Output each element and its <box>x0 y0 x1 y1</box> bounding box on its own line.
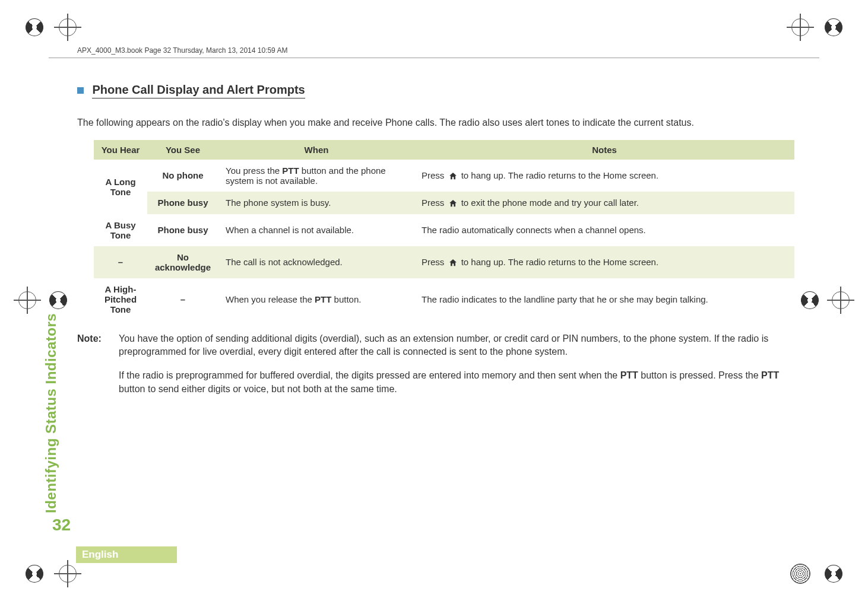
registration-mark <box>18 557 51 590</box>
cell-you-see: Phone busy <box>147 214 218 246</box>
note-p2-seg-c: button is pressed. Press the <box>638 370 761 380</box>
cell-notes: Press to hang up. The radio returns to t… <box>414 246 794 278</box>
side-tab: Identifying Status Indicators <box>43 313 59 513</box>
cell-you-see: – <box>147 278 218 320</box>
note-paragraph-1: You have the option of sending additiona… <box>119 332 802 359</box>
note-paragraph-2: If the radio is preprogrammed for buffer… <box>119 369 802 396</box>
registration-mark <box>11 284 44 317</box>
note-body: You have the option of sending additiona… <box>119 332 802 407</box>
th-you-hear: You Hear <box>94 140 147 160</box>
note-p2-seg-e: button to send either digits or voice, b… <box>119 384 397 394</box>
registration-mark <box>18 11 51 44</box>
cell-when: When a channel is not available. <box>218 214 414 246</box>
language-label: English <box>82 549 118 561</box>
cell-you-hear: A High-Pitched Tone <box>94 278 147 320</box>
home-icon <box>448 258 458 268</box>
registration-mark <box>824 284 857 317</box>
cell-you-hear: A Busy Tone <box>94 214 147 246</box>
note-p2-ptt-2: PTT <box>761 370 779 380</box>
cell-you-see: No phone <box>147 160 218 192</box>
cell-you-hear: – <box>94 246 147 278</box>
registration-mark <box>784 557 817 590</box>
home-icon <box>448 199 458 208</box>
table-row: A Long ToneNo phoneYou press the PTT but… <box>94 160 794 192</box>
registration-mark <box>51 11 84 44</box>
cell-when: The phone system is busy. <box>218 192 414 214</box>
home-icon <box>448 171 458 181</box>
section-title: Phone Call Display and Alert Prompts <box>92 83 305 98</box>
th-notes: Notes <box>414 140 794 160</box>
section-bullet-icon <box>77 87 84 94</box>
registration-mark <box>42 284 75 317</box>
note-label: Note: <box>77 332 119 407</box>
cell-when: When you release the PTT button. <box>218 278 414 320</box>
registration-mark <box>784 11 817 44</box>
section-heading-row: Phone Call Display and Alert Prompts <box>77 83 802 98</box>
th-you-see: You See <box>147 140 218 160</box>
side-tab-label: Identifying Status Indicators <box>43 313 59 513</box>
note-p2-ptt-1: PTT <box>620 370 638 380</box>
th-when: When <box>218 140 414 160</box>
cell-you-see: No acknowledge <box>147 246 218 278</box>
page-number: 32 <box>52 516 71 535</box>
section-intro: The following appears on the radio's dis… <box>77 116 802 129</box>
cell-notes: The radio automatically connects when a … <box>414 214 794 246</box>
header-rule <box>49 58 819 58</box>
cell-notes: Press to hang up. The radio returns to t… <box>414 160 794 192</box>
table-row: A Busy TonePhone busyWhen a channel is n… <box>94 214 794 246</box>
table-row: –No acknowledgeThe call is not acknowled… <box>94 246 794 278</box>
table-row: Phone busyThe phone system is busy.Press… <box>94 192 794 214</box>
table-row: A High-Pitched Tone–When you release the… <box>94 278 794 320</box>
cell-notes: Press to exit the phone mode and try you… <box>414 192 794 214</box>
running-head: APX_4000_M3.book Page 32 Thursday, March… <box>77 46 287 55</box>
registration-mark <box>817 557 850 590</box>
note-p2-seg-a: If the radio is preprogrammed for buffer… <box>119 370 620 380</box>
cell-when: You press the PTT button and the phone s… <box>218 160 414 192</box>
cell-when: The call is not acknowledged. <box>218 246 414 278</box>
cell-you-hear: A Long Tone <box>94 160 147 214</box>
cell-notes: The radio indicates to the landline part… <box>414 278 794 320</box>
phone-prompts-table: You Hear You See When Notes A Long ToneN… <box>94 140 794 320</box>
cell-you-see: Phone busy <box>147 192 218 214</box>
registration-mark <box>817 11 850 44</box>
